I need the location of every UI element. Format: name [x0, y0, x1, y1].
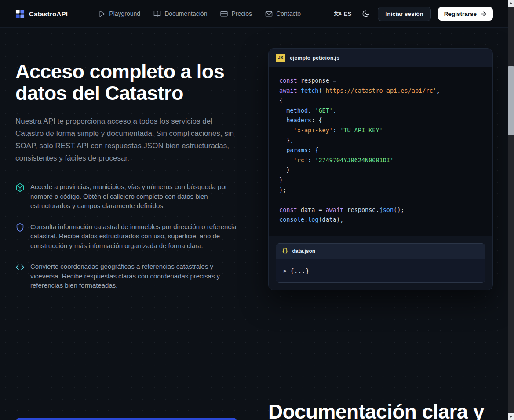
code-line: console.log(data); [279, 215, 482, 225]
main-content: Acceso completo a los datos del Catastro… [0, 28, 508, 420]
code-line: await fetch('https://catastro-api.es/api… [279, 86, 482, 96]
nav-item-documentacion[interactable]: Documentación [153, 10, 207, 18]
translate-icon: 文A [334, 11, 341, 17]
feature-text: Consulta información catastral de inmueb… [30, 222, 237, 251]
feature-item-callejero: Accede a provincias, municipios, vías y … [15, 182, 237, 211]
mail-icon [265, 10, 273, 18]
logo-icon [15, 9, 25, 18]
js-badge-icon: JS [276, 54, 285, 62]
code-line: 'x-api-key': 'TU_API_KEY' [279, 125, 482, 135]
brand-name: CatastroAPI [29, 10, 68, 18]
docs-preview-card-top [15, 418, 237, 420]
code-line: headers: { [279, 115, 482, 125]
feature-text: Convierte coordenadas geográficas a refe… [30, 262, 237, 290]
hero-section: Acceso completo a los datos del Catastro… [0, 28, 508, 290]
scroll-up-icon [509, 2, 513, 4]
feature-text: Accede a provincias, municipios, vías y … [30, 182, 237, 211]
code-editor-header: JS ejemplo-peticion.js [269, 49, 492, 67]
language-code: ES [343, 11, 351, 17]
code-line: ); [279, 185, 482, 195]
code-block: const response =await fetch('https://cat… [269, 67, 492, 236]
scrollbar-down-button[interactable] [508, 413, 514, 420]
docs-section-title: Documentación clara y [268, 401, 493, 420]
nav-item-label: Precios [231, 10, 252, 17]
braces-icon: {} [282, 248, 288, 254]
expander-icon[interactable]: ▶ [284, 269, 287, 273]
json-viewer-body: ▶ {...} [276, 259, 485, 282]
code-icon [15, 262, 25, 272]
credit-card-icon [220, 10, 228, 18]
register-button[interactable]: Registrarse [438, 7, 493, 21]
json-collapsed-preview[interactable]: {...} [290, 267, 310, 274]
code-line: } [279, 165, 482, 175]
docs-left-column [15, 290, 237, 420]
shield-icon [15, 222, 25, 232]
code-line: 'rc': '2749704YJ0624N0001DI' [279, 155, 482, 165]
nav-item-contacto[interactable]: Contacto [265, 10, 301, 18]
code-line: }, [279, 135, 482, 146]
navbar: CatastroAPI Playground Documentación Pre… [0, 0, 514, 28]
code-filename: ejemplo-peticion.js [290, 55, 339, 61]
feature-item-coordenadas: Convierte coordenadas geográficas a refe… [15, 262, 237, 290]
book-icon [153, 10, 161, 18]
nav-item-precios[interactable]: Precios [220, 10, 252, 18]
play-icon [98, 10, 106, 18]
moon-icon [362, 10, 370, 18]
scroll-down-icon [509, 416, 513, 418]
hero-description: Nuestra API te proporciona acceso a todo… [15, 115, 237, 164]
register-label: Registrarse [444, 11, 477, 17]
language-button[interactable]: 文A ES [331, 10, 354, 18]
nav-item-label: Playground [109, 10, 140, 17]
code-line: const data = await response.json(); [279, 205, 482, 215]
nav-item-label: Documentación [164, 10, 207, 17]
scrollbar[interactable] [508, 0, 514, 420]
code-line: } [279, 175, 482, 185]
page-title: Acceso completo a los datos del Catastro [15, 61, 237, 104]
docs-section: Documentación clara y [0, 290, 508, 420]
json-filename: data.json [292, 248, 315, 254]
theme-toggle-button[interactable] [361, 9, 371, 18]
arrow-right-icon [480, 11, 487, 17]
nav-right: 文A ES Iniciar sesión Registrarse [331, 7, 493, 21]
code-line: method: 'GET', [279, 106, 482, 116]
code-example-panel: JS ejemplo-peticion.js const response =a… [268, 48, 493, 290]
feature-item-inmuebles: Consulta información catastral de inmueb… [15, 222, 237, 251]
code-line: { [279, 95, 482, 106]
scrollbar-up-button[interactable] [508, 0, 514, 7]
nav-links: Playground Documentación Precios Contact… [98, 10, 301, 18]
brand[interactable]: CatastroAPI [15, 9, 68, 18]
nav-item-playground[interactable]: Playground [98, 10, 140, 18]
json-viewer-wrap: {} data.json ▶ {...} [269, 236, 492, 290]
json-viewer-header: {} data.json [276, 244, 485, 259]
login-button[interactable]: Iniciar sesión [378, 7, 430, 21]
code-line: params: { [279, 145, 482, 155]
nav-item-label: Contacto [276, 10, 301, 17]
json-viewer-card: {} data.json ▶ {...} [276, 243, 485, 283]
package-icon [15, 182, 25, 192]
code-line: const response = [279, 76, 482, 86]
feature-list: Accede a provincias, municipios, vías y … [15, 182, 237, 290]
scrollbar-thumb[interactable] [508, 66, 514, 135]
code-line [279, 195, 482, 205]
hero-left-column: Acceso completo a los datos del Catastro… [15, 48, 237, 290]
